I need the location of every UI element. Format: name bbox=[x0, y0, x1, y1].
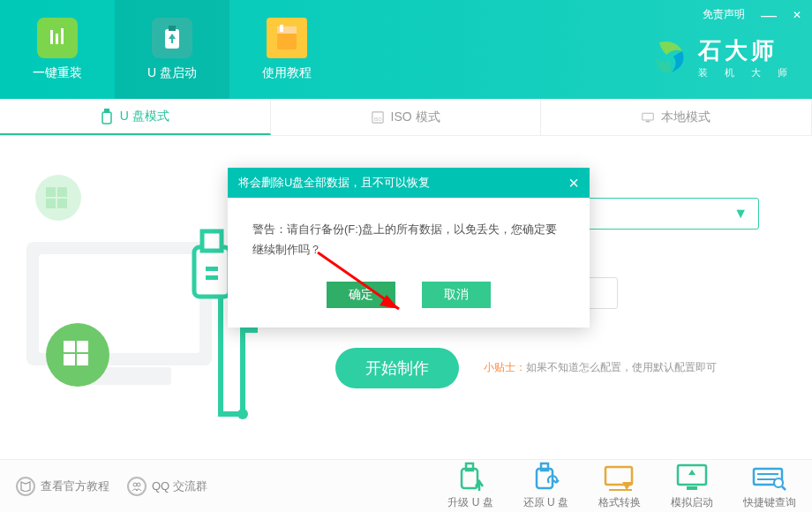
tool-label: 模拟启动 bbox=[671, 495, 713, 510]
svg-rect-28 bbox=[202, 231, 222, 251]
ok-button[interactable]: 确定 bbox=[327, 282, 395, 308]
cancel-button[interactable]: 取消 bbox=[422, 282, 491, 308]
tool-convert-format[interactable]: 格式转换 bbox=[598, 462, 641, 510]
svg-rect-24 bbox=[57, 187, 67, 197]
reinstall-icon bbox=[37, 18, 78, 58]
disclaimer-link[interactable]: 免责声明 bbox=[703, 7, 745, 22]
hint-label: 小贴士： bbox=[484, 361, 526, 373]
book-icon bbox=[16, 477, 35, 496]
window-controls: 免责声明 — ✕ bbox=[703, 7, 801, 22]
svg-rect-26 bbox=[57, 199, 67, 208]
tool-simulate-boot[interactable]: 模拟启动 bbox=[671, 462, 713, 510]
app-header: 一键重装 U 盘启动 使用教程 石大师 装 机 大 师 免责声明 — ✕ bbox=[0, 0, 812, 99]
subtab-label: ISO 模式 bbox=[391, 109, 440, 125]
brand-sub: 装 机 大 师 bbox=[698, 66, 794, 79]
tab-label: 一键重装 bbox=[33, 65, 82, 81]
upgrade-usb-icon bbox=[453, 462, 488, 492]
svg-rect-7 bbox=[280, 25, 283, 32]
svg-text:ISO: ISO bbox=[373, 116, 381, 121]
footer: 查看官方教程 QQ 交流群 升级 U 盘 还原 U 盘 格式转换 模拟启动 快捷… bbox=[0, 459, 812, 512]
svg-point-32 bbox=[133, 483, 137, 486]
restore-usb-icon bbox=[528, 462, 563, 492]
chevron-down-icon: ▼ bbox=[733, 206, 748, 222]
tab-reinstall[interactable]: 一键重装 bbox=[0, 0, 115, 99]
svg-point-31 bbox=[237, 409, 248, 419]
link-label: 查看官方教程 bbox=[41, 478, 109, 494]
tab-usb-boot[interactable]: U 盘启动 bbox=[115, 0, 229, 99]
svg-rect-40 bbox=[687, 486, 697, 490]
tool-label: 快捷键查询 bbox=[743, 495, 796, 510]
svg-rect-9 bbox=[104, 109, 109, 113]
people-icon bbox=[127, 477, 147, 496]
qq-group-link[interactable]: QQ 交流群 bbox=[127, 477, 207, 496]
tool-label: 还原 U 盘 bbox=[523, 495, 568, 510]
tool-restore-usb[interactable]: 还原 U 盘 bbox=[523, 462, 568, 510]
convert-icon bbox=[602, 462, 637, 492]
usb-boot-icon bbox=[152, 18, 192, 58]
svg-rect-37 bbox=[541, 463, 548, 471]
svg-rect-19 bbox=[77, 341, 88, 352]
subtab-usb[interactable]: U 盘模式 bbox=[0, 99, 271, 135]
brand: 石大师 装 机 大 师 bbox=[652, 35, 794, 79]
svg-rect-25 bbox=[46, 199, 56, 208]
svg-rect-8 bbox=[102, 112, 111, 124]
subtab-local[interactable]: 本地模式 bbox=[541, 99, 812, 135]
brand-logo-icon bbox=[652, 39, 689, 76]
close-icon[interactable]: × bbox=[568, 173, 579, 193]
confirm-dialog: 将会删除U盘全部数据，且不可以恢复 × 警告：请自行备份(F:)盘上的所有数据，… bbox=[228, 168, 590, 328]
svg-line-45 bbox=[782, 486, 786, 490]
tool-upgrade-usb[interactable]: 升级 U 盘 bbox=[447, 462, 492, 510]
tool-label: 升级 U 盘 bbox=[447, 495, 492, 510]
tutorial-icon bbox=[267, 18, 307, 58]
dialog-actions: 确定 取消 bbox=[228, 276, 590, 328]
tab-label: 使用教程 bbox=[262, 65, 312, 81]
keyboard-search-icon bbox=[752, 462, 787, 492]
official-tutorial-link[interactable]: 查看官方教程 bbox=[16, 477, 109, 496]
header-tabs: 一键重装 U 盘启动 使用教程 bbox=[0, 0, 344, 99]
start-button[interactable]: 开始制作 bbox=[335, 348, 459, 388]
tool-shortcut-query[interactable]: 快捷键查询 bbox=[743, 462, 796, 510]
brand-name: 石大师 bbox=[698, 35, 794, 66]
svg-point-33 bbox=[137, 483, 140, 486]
svg-rect-22 bbox=[35, 175, 81, 221]
svg-rect-30 bbox=[206, 275, 218, 280]
tool-label: 格式转换 bbox=[598, 495, 641, 510]
tab-tutorial[interactable]: 使用教程 bbox=[229, 0, 344, 99]
svg-point-44 bbox=[774, 478, 783, 487]
svg-rect-1 bbox=[56, 34, 58, 44]
dialog-title: 将会删除U盘全部数据，且不可以恢复 bbox=[238, 175, 430, 191]
subtab-iso[interactable]: ISO ISO 模式 bbox=[271, 99, 542, 135]
svg-rect-21 bbox=[77, 354, 88, 365]
footer-tools: 升级 U 盘 还原 U 盘 格式转换 模拟启动 快捷键查询 bbox=[447, 462, 796, 510]
svg-rect-27 bbox=[194, 247, 229, 297]
close-button[interactable]: ✕ bbox=[793, 9, 801, 21]
svg-rect-35 bbox=[466, 463, 473, 471]
svg-rect-2 bbox=[61, 28, 64, 44]
hint-body: 如果不知道怎么配置，使用默认配置即可 bbox=[526, 361, 717, 373]
hint-text: 小贴士：如果不知道怎么配置，使用默认配置即可 bbox=[484, 360, 717, 375]
svg-rect-4 bbox=[169, 26, 176, 31]
svg-rect-23 bbox=[46, 187, 56, 197]
mode-tabs: U 盘模式 ISO ISO 模式 本地模式 bbox=[0, 99, 812, 136]
footer-left: 查看官方教程 QQ 交流群 bbox=[16, 477, 207, 496]
iso-icon: ISO bbox=[372, 109, 384, 125]
svg-rect-29 bbox=[206, 267, 218, 271]
dialog-header: 将会删除U盘全部数据，且不可以恢复 × bbox=[228, 168, 590, 198]
svg-rect-0 bbox=[50, 30, 53, 44]
subtab-label: 本地模式 bbox=[661, 109, 710, 125]
simulate-icon bbox=[674, 462, 710, 492]
svg-rect-12 bbox=[643, 113, 653, 120]
subtab-label: U 盘模式 bbox=[120, 109, 169, 124]
usb-icon bbox=[101, 109, 113, 124]
tab-label: U 盘启动 bbox=[147, 65, 197, 81]
svg-rect-36 bbox=[537, 469, 553, 488]
minimize-button[interactable]: — bbox=[761, 11, 777, 19]
monitor-icon bbox=[642, 109, 654, 125]
svg-rect-18 bbox=[64, 341, 75, 352]
svg-rect-34 bbox=[462, 469, 477, 488]
link-label: QQ 交流群 bbox=[152, 478, 207, 494]
dialog-body: 警告：请自行备份(F:)盘上的所有数据，以免丢失，您确定要继续制作吗？ bbox=[228, 198, 590, 276]
svg-rect-13 bbox=[646, 120, 650, 122]
svg-rect-20 bbox=[64, 354, 75, 365]
